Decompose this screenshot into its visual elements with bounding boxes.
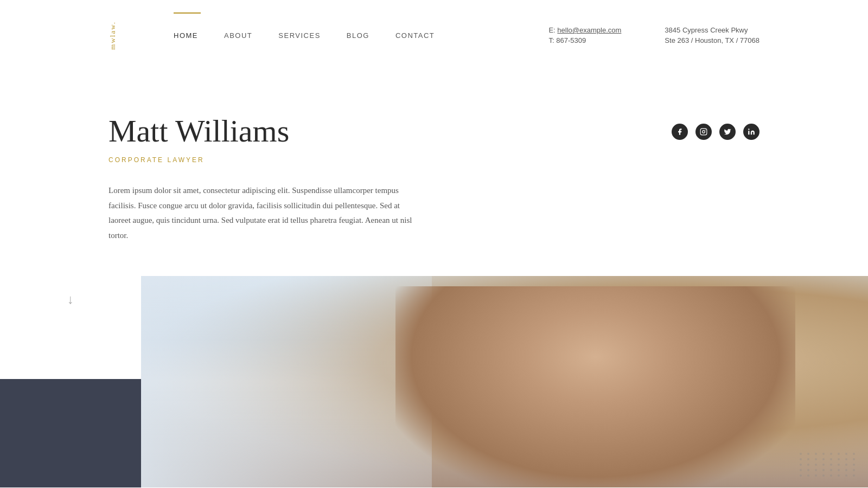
email-label: E: <box>548 26 555 34</box>
hero-section: Matt Williams CORPORATE LAWYER Lorem ips… <box>0 70 868 276</box>
contact-email-block: E: hello@example.com T: 867-5309 <box>548 26 621 44</box>
linkedin-icon[interactable] <box>743 124 760 140</box>
scroll-image-section: ↓ <box>0 276 868 487</box>
address-line1: 3845 Cypress Creek Pkwy <box>665 26 760 34</box>
phone-label: T: <box>548 36 554 44</box>
nav-services[interactable]: SERVICES <box>278 31 321 40</box>
phone-line: T: 867-5309 <box>548 36 621 44</box>
hero-title: CORPORATE LAWYER <box>108 156 651 164</box>
navigation: HOME ABOUT SERVICES BLOG CONTACT <box>174 31 435 40</box>
beard-man <box>395 286 795 487</box>
svg-point-2 <box>705 130 706 130</box>
svg-point-3 <box>748 129 749 130</box>
facebook-icon[interactable] <box>672 124 688 140</box>
address-line2: Ste 263 / Houston, TX / 77068 <box>665 36 760 44</box>
svg-point-1 <box>703 131 705 133</box>
svg-rect-0 <box>700 129 707 135</box>
hero-right <box>651 114 760 140</box>
scroll-left: ↓ <box>0 276 141 487</box>
nav-about[interactable]: ABOUT <box>224 31 252 40</box>
image-placeholder <box>141 276 868 487</box>
hero-image <box>141 276 868 487</box>
social-icons <box>672 124 760 140</box>
nav-blog[interactable]: BLOG <box>347 31 369 40</box>
logo-area: mwlaw. <box>108 21 152 50</box>
scroll-arrow: ↓ <box>67 292 74 307</box>
twitter-icon[interactable] <box>719 124 736 140</box>
address-block: 3845 Cypress Creek Pkwy Ste 263 / Housto… <box>665 26 760 44</box>
hero-name: Matt Williams <box>108 114 651 149</box>
nav-contact[interactable]: CONTACT <box>395 31 435 40</box>
dark-block <box>0 379 141 487</box>
person-blur <box>141 276 432 487</box>
hero-bio: Lorem ipsum dolor sit amet, consectetur … <box>108 183 423 243</box>
email-link[interactable]: hello@example.com <box>557 26 621 34</box>
header: mwlaw. HOME ABOUT SERVICES BLOG CONTACT … <box>0 0 868 70</box>
hero-content: Matt Williams CORPORATE LAWYER Lorem ips… <box>108 114 651 243</box>
dots-pattern <box>800 453 857 477</box>
instagram-icon[interactable] <box>695 124 712 140</box>
phone-value: 867-5309 <box>556 36 586 44</box>
logo[interactable]: mwlaw. <box>108 21 117 50</box>
nav-home[interactable]: HOME <box>174 31 198 40</box>
email-line: E: hello@example.com <box>548 26 621 34</box>
header-contact-info: E: hello@example.com T: 867-5309 3845 Cy… <box>548 26 760 44</box>
